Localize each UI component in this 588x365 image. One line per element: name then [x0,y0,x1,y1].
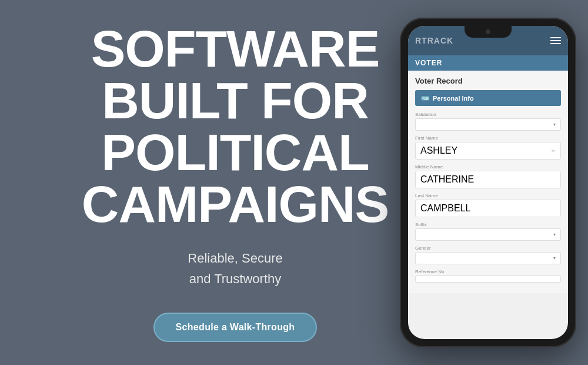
last-name-input[interactable]: CAMPBELL [415,200,561,217]
gender-input[interactable]: ▾ [415,252,561,264]
subtitle-line2: and Trustworthy [189,271,282,286]
first-name-label: First Name [415,135,561,141]
reference-no-input[interactable] [415,276,561,283]
first-name-edit-icon: ✏ [552,148,556,154]
subtitle-line1: Reliable, Secure [188,251,282,266]
phone-camera [486,29,490,34]
gender-field: Gender ▾ [415,245,561,264]
middle-name-value: CATHERINE [420,174,474,185]
voter-bar: VOTER [408,55,568,71]
phone-outer: RTRACK VOTER Voter Record � [400,18,576,347]
headline-line2: BUILT FOR POLITICAL [101,71,369,181]
headline-line1: SOFTWARE [91,19,380,78]
hamburger-menu-icon[interactable] [550,37,561,44]
salutation-field: Salutation ▾ [415,112,561,131]
last-name-label: Last Name [415,193,561,198]
personal-info-section-header: 🪪 Personal Info [415,90,561,106]
suffix-input[interactable]: ▾ [415,228,561,241]
headline: SOFTWARE BUILT FOR POLITICAL CAMPAIGNS [35,23,435,230]
gender-dropdown-arrow: ▾ [553,256,556,261]
first-name-input[interactable]: ASHLEY ✏ [415,142,561,160]
last-name-value: CAMPBELL [420,203,470,214]
text-content: SOFTWARE BUILT FOR POLITICAL CAMPAIGNS R… [35,23,435,342]
first-name-field: First Name ASHLEY ✏ [415,135,561,160]
phone-mockup: RTRACK VOTER Voter Record � [400,18,576,347]
first-name-value: ASHLEY [420,145,457,156]
personal-info-icon: 🪪 [421,94,429,102]
voter-record-title: Voter Record [415,77,561,85]
reference-no-field: Reference No [415,269,561,283]
salutation-dropdown-arrow: ▾ [553,122,556,127]
middle-name-label: Middle Name [415,164,561,170]
middle-name-field: Middle Name CATHERINE [415,164,561,188]
phone-screen: RTRACK VOTER Voter Record � [408,26,568,339]
voter-bar-label: VOTER [415,59,442,67]
middle-name-input[interactable]: CATHERINE [415,171,561,188]
app-logo: RTRACK [415,36,453,45]
schedule-walkthrough-button[interactable]: Schedule a Walk-Through [153,313,318,342]
app-content: Voter Record 🪪 Personal Info Salutation … [408,71,568,293]
subtitle: Reliable, Secure and Trustworthy [35,248,435,289]
suffix-dropdown-arrow: ▾ [553,232,556,237]
last-name-field: Last Name CAMPBELL [415,193,561,217]
suffix-label: Suffix [415,222,561,227]
salutation-input[interactable]: ▾ [415,118,561,131]
cta-container: Schedule a Walk-Through [35,313,435,342]
gender-label: Gender [415,245,561,251]
salutation-label: Salutation [415,112,561,117]
reference-no-label: Reference No [415,269,561,274]
hero-section: SOFTWARE BUILT FOR POLITICAL CAMPAIGNS R… [0,0,588,365]
personal-info-label: Personal Info [433,95,474,102]
headline-line3: CAMPAIGNS [82,175,389,233]
suffix-field: Suffix ▾ [415,222,561,241]
